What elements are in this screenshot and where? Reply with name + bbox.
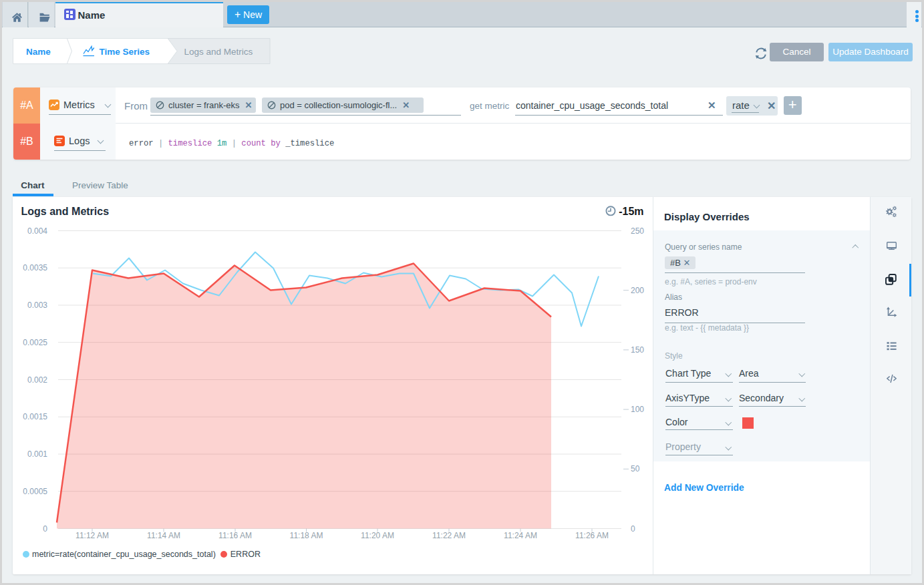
svg-text:100: 100 bbox=[631, 405, 644, 414]
svg-text:0.003: 0.003 bbox=[27, 301, 47, 310]
svg-text:50: 50 bbox=[631, 464, 640, 473]
svg-text:0: 0 bbox=[43, 524, 47, 533]
svg-text:0.004: 0.004 bbox=[27, 226, 47, 235]
svg-text:11:18 AM: 11:18 AM bbox=[290, 530, 323, 540]
svg-text:0.0035: 0.0035 bbox=[23, 263, 47, 272]
svg-text:0.0005: 0.0005 bbox=[23, 486, 47, 496]
svg-text:0.001: 0.001 bbox=[27, 449, 47, 459]
svg-text:Logs and Metrics: Logs and Metrics bbox=[184, 47, 253, 57]
svg-text:0.0015: 0.0015 bbox=[23, 412, 47, 421]
svg-text:Time Series: Time Series bbox=[99, 47, 150, 57]
svg-text:11:16 AM: 11:16 AM bbox=[218, 530, 252, 540]
svg-text:11:24 AM: 11:24 AM bbox=[504, 530, 537, 540]
svg-text:0.002: 0.002 bbox=[27, 375, 47, 384]
svg-text:0.0025: 0.0025 bbox=[23, 337, 47, 347]
svg-text:11:26 AM: 11:26 AM bbox=[575, 530, 609, 540]
svg-text:0: 0 bbox=[631, 524, 635, 533]
svg-text:150: 150 bbox=[631, 345, 644, 354]
svg-text:Name: Name bbox=[26, 47, 51, 57]
svg-text:11:22 AM: 11:22 AM bbox=[432, 530, 466, 540]
svg-text:200: 200 bbox=[631, 285, 644, 295]
svg-text:11:14 AM: 11:14 AM bbox=[147, 530, 180, 540]
svg-text:11:20 AM: 11:20 AM bbox=[361, 530, 394, 540]
svg-text:250: 250 bbox=[631, 226, 644, 235]
svg-text:11:12 AM: 11:12 AM bbox=[75, 530, 109, 540]
